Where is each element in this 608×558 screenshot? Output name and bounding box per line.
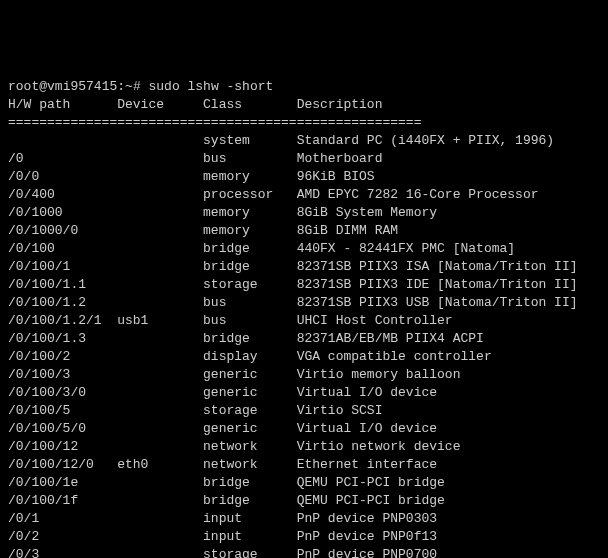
output-line: /0/1000 memory 8GiB System Memory	[8, 204, 600, 222]
output-line: /0/1 input PnP device PNP0303	[8, 510, 600, 528]
output-line: /0/100/12/0 eth0 network Ethernet interf…	[8, 456, 600, 474]
output-line: /0/100/5/0 generic Virtual I/O device	[8, 420, 600, 438]
command: sudo lshw -short	[148, 79, 273, 94]
output-line: /0/400 processor AMD EPYC 7282 16-Core P…	[8, 186, 600, 204]
output-line: /0/100/3/0 generic Virtual I/O device	[8, 384, 600, 402]
output-line: system Standard PC (i440FX + PIIX, 1996)	[8, 132, 600, 150]
output-line: /0/1000/0 memory 8GiB DIMM RAM	[8, 222, 600, 240]
output-line: /0/3 storage PnP device PNP0700	[8, 546, 600, 558]
output-line: root@vmi957415:~# sudo lshw -short	[8, 78, 600, 96]
output-line: /0/2 input PnP device PNP0f13	[8, 528, 600, 546]
output-line: H/W path Device Class Description	[8, 96, 600, 114]
output-line: /0/100/5 storage Virtio SCSI	[8, 402, 600, 420]
output-line: /0/100/1.3 bridge 82371AB/EB/MB PIIX4 AC…	[8, 330, 600, 348]
prompt-path: ~	[125, 79, 133, 94]
prompt-host: vmi957415	[47, 79, 117, 94]
output-line: ========================================…	[8, 114, 600, 132]
output-line: /0/100/1.2 bus 82371SB PIIX3 USB [Natoma…	[8, 294, 600, 312]
prompt-user: root	[8, 79, 39, 94]
output-line: /0/100/1.1 storage 82371SB PIIX3 IDE [Na…	[8, 276, 600, 294]
output-line: /0/100/3 generic Virtio memory balloon	[8, 366, 600, 384]
output-line: /0/0 memory 96KiB BIOS	[8, 168, 600, 186]
output-line: /0 bus Motherboard	[8, 150, 600, 168]
output-line: /0/100/1e bridge QEMU PCI-PCI bridge	[8, 474, 600, 492]
output-line: /0/100 bridge 440FX - 82441FX PMC [Natom…	[8, 240, 600, 258]
output-line: /0/100/1.2/1 usb1 bus UHCI Host Controll…	[8, 312, 600, 330]
output-line: /0/100/1 bridge 82371SB PIIX3 ISA [Natom…	[8, 258, 600, 276]
output-line: /0/100/12 network Virtio network device	[8, 438, 600, 456]
output-line: /0/100/2 display VGA compatible controll…	[8, 348, 600, 366]
terminal-output: root@vmi957415:~# sudo lshw -shortH/W pa…	[8, 78, 600, 558]
output-line: /0/100/1f bridge QEMU PCI-PCI bridge	[8, 492, 600, 510]
